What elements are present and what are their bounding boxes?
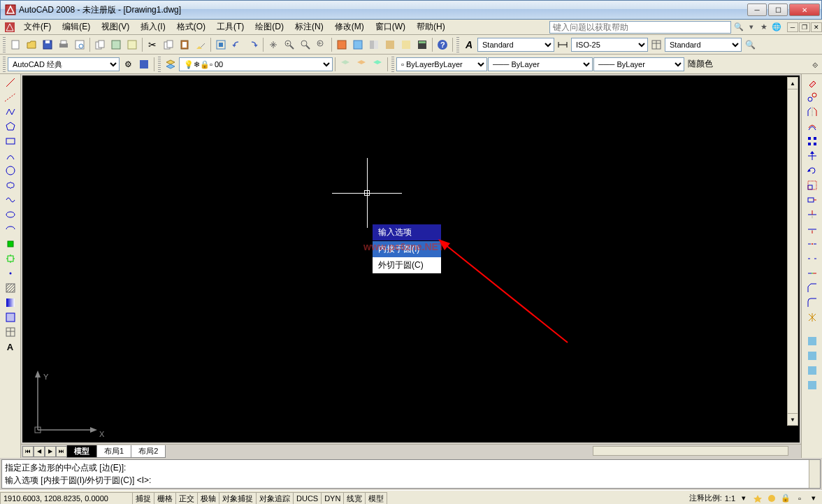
revision-cloud-button[interactable] bbox=[3, 178, 18, 192]
sheet-set-manager-button[interactable] bbox=[382, 37, 398, 52]
vertical-scrollbar[interactable] bbox=[787, 77, 798, 426]
pan-button[interactable] bbox=[266, 37, 281, 52]
zoom-window-button[interactable] bbox=[298, 37, 313, 52]
hatch-button[interactable] bbox=[3, 281, 18, 295]
help-button[interactable]: ? bbox=[435, 37, 450, 52]
cut-button[interactable]: ✂ bbox=[145, 37, 160, 52]
construction-line-button[interactable] bbox=[3, 90, 18, 104]
point-button[interactable] bbox=[3, 266, 18, 280]
polygon-button[interactable] bbox=[3, 120, 18, 134]
status-tray-icon[interactable]: ▫ bbox=[794, 493, 805, 504]
paste-button[interactable] bbox=[177, 37, 192, 52]
toolbar-grip[interactable] bbox=[3, 57, 6, 72]
menu-window[interactable]: 窗口(W) bbox=[370, 20, 411, 34]
globe-icon[interactable]: 🌐 bbox=[772, 22, 781, 32]
linetype-combo[interactable]: ─── ByLayer bbox=[488, 57, 593, 71]
menu-dimension[interactable]: 标注(N) bbox=[289, 20, 329, 34]
annotation-autoscale-icon[interactable] bbox=[766, 493, 777, 504]
annotation-scale-dropdown-icon[interactable]: ▾ bbox=[738, 493, 749, 504]
layer-isolate-button[interactable] bbox=[370, 57, 385, 72]
tab-last-button[interactable]: ⏭ bbox=[56, 446, 67, 457]
dim-style-combo[interactable]: ISO-25 bbox=[571, 38, 648, 52]
palette-group-2[interactable] bbox=[805, 349, 820, 363]
help-search-input[interactable] bbox=[549, 21, 731, 34]
chamfer-button[interactable] bbox=[805, 281, 820, 295]
arc-button[interactable] bbox=[3, 149, 18, 163]
command-text[interactable]: 指定正多边形的中心点或 [边(E)]: 输入选项 [内接于圆(I)/外切于圆(C… bbox=[2, 460, 809, 488]
menu-help[interactable]: 帮助(H) bbox=[411, 20, 451, 34]
layer-combo[interactable]: 💡❄🔒▫ 00 bbox=[179, 57, 333, 71]
text-style-button[interactable]: A bbox=[461, 37, 477, 52]
toolbar-grip[interactable] bbox=[3, 37, 6, 52]
ellipse-arc-button[interactable] bbox=[3, 222, 18, 236]
tab-first-button[interactable]: ⏮ bbox=[22, 446, 34, 457]
spline-button[interactable] bbox=[3, 193, 18, 207]
menu-tools[interactable]: 工具(T) bbox=[211, 20, 250, 34]
star-icon[interactable]: ★ bbox=[759, 22, 769, 32]
line-button[interactable] bbox=[3, 75, 18, 89]
table-style-combo[interactable]: Standard bbox=[665, 38, 742, 52]
polar-toggle[interactable]: 极轴 bbox=[197, 492, 219, 505]
command-line[interactable]: 指定正多边形的中心点或 [边(E)]: 输入选项 [内接于圆(I)/外切于圆(C… bbox=[1, 459, 821, 489]
lwt-toggle[interactable]: 线宽 bbox=[343, 492, 366, 505]
search-button[interactable]: 🔍 bbox=[742, 37, 758, 52]
lock-ui-icon[interactable]: 🔒 bbox=[780, 493, 791, 504]
menu-modify[interactable]: 修改(M) bbox=[329, 20, 370, 34]
block-editor-button[interactable] bbox=[213, 37, 229, 52]
horizontal-scrollbar[interactable] bbox=[593, 446, 788, 456]
layer-properties-button[interactable] bbox=[163, 57, 178, 72]
array-button[interactable] bbox=[805, 134, 820, 148]
osnap-toggle[interactable]: 对象捕捉 bbox=[219, 492, 257, 505]
copy-object-button[interactable] bbox=[805, 90, 820, 104]
print-preview-button[interactable] bbox=[72, 37, 87, 52]
properties-button[interactable] bbox=[334, 37, 349, 52]
menu-view[interactable]: 视图(V) bbox=[96, 20, 135, 34]
plot-button[interactable] bbox=[108, 37, 124, 52]
save-button[interactable] bbox=[40, 37, 55, 52]
explode-button[interactable] bbox=[805, 310, 820, 324]
copy-button[interactable] bbox=[161, 37, 176, 52]
trim-button[interactable] bbox=[805, 208, 820, 222]
table-button[interactable] bbox=[3, 325, 18, 339]
mtext-button[interactable]: A bbox=[3, 340, 18, 354]
open-button[interactable] bbox=[24, 37, 39, 52]
menu-format[interactable]: 格式(O) bbox=[171, 20, 211, 34]
grid-toggle[interactable]: 栅格 bbox=[154, 492, 176, 505]
rectangle-button[interactable] bbox=[3, 134, 18, 148]
menu-insert[interactable]: 插入(I) bbox=[135, 20, 171, 34]
command-scrollbar[interactable] bbox=[809, 460, 820, 488]
tab-layout2[interactable]: 布局2 bbox=[131, 445, 166, 458]
tab-next-button[interactable]: ▶ bbox=[45, 446, 56, 457]
break-button[interactable] bbox=[805, 252, 820, 266]
quickcalc-button[interactable] bbox=[414, 37, 430, 52]
zoom-realtime-button[interactable]: + bbox=[282, 37, 297, 52]
offset-button[interactable] bbox=[805, 120, 820, 134]
make-block-button[interactable] bbox=[3, 252, 18, 266]
undo-button[interactable] bbox=[229, 37, 245, 52]
stretch-button[interactable] bbox=[805, 193, 820, 207]
color-combo[interactable]: ▫ ByLayerByLayer bbox=[396, 57, 487, 71]
dropdown-icon[interactable]: ▾ bbox=[747, 22, 756, 32]
markup-set-button[interactable] bbox=[398, 37, 414, 52]
zoom-previous-button[interactable] bbox=[314, 37, 329, 52]
close-button[interactable]: ✕ bbox=[789, 3, 820, 16]
palette-group-4[interactable] bbox=[805, 378, 820, 392]
gradient-button[interactable] bbox=[3, 296, 18, 310]
text-style-combo[interactable]: Standard bbox=[477, 38, 554, 52]
table-style-button[interactable] bbox=[649, 37, 664, 52]
coordinates-display[interactable]: 1910.6003, 1208.8235, 0.0000 bbox=[0, 492, 133, 505]
break-at-point-button[interactable] bbox=[805, 237, 820, 251]
snap-toggle[interactable]: 捕捉 bbox=[132, 492, 154, 505]
dim-style-button[interactable] bbox=[555, 37, 570, 52]
menu-file[interactable]: 文件(F) bbox=[18, 20, 57, 34]
tab-layout1[interactable]: 布局1 bbox=[96, 445, 131, 458]
mirror-button[interactable] bbox=[805, 105, 820, 119]
workspace-save-button[interactable] bbox=[136, 57, 152, 72]
otrack-toggle[interactable]: 对象追踪 bbox=[256, 492, 294, 505]
model-toggle[interactable]: 模型 bbox=[365, 492, 387, 505]
circle-button[interactable] bbox=[3, 164, 18, 178]
mdi-minimize-button[interactable]: ─ bbox=[787, 22, 798, 32]
workspace-combo[interactable]: AutoCAD 经典 bbox=[8, 57, 120, 71]
minimize-button[interactable]: ─ bbox=[747, 3, 767, 16]
mdi-close-button[interactable]: ✕ bbox=[811, 22, 822, 32]
